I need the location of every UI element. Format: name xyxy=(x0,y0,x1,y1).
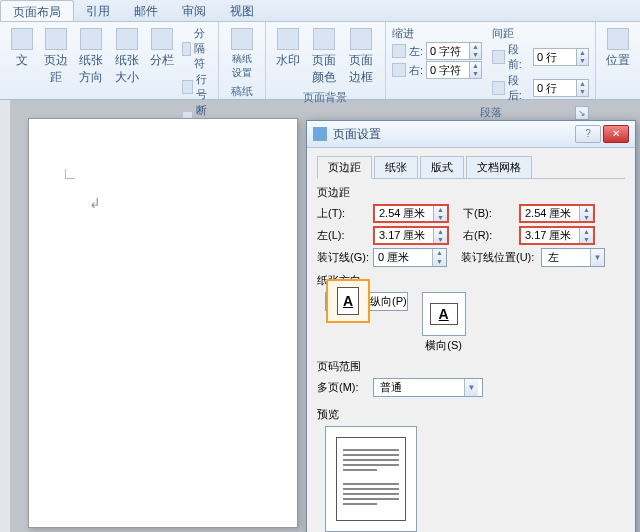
line-numbers-item[interactable]: 行号 xyxy=(182,72,211,102)
themes-button[interactable]: 文 xyxy=(6,26,38,71)
help-button[interactable]: ? xyxy=(575,125,601,143)
ribbon-tabs: 页面布局 引用 邮件 审阅 视图 xyxy=(0,0,640,22)
group-label-draft: 稿纸 xyxy=(225,82,259,99)
indent-left-spinner[interactable]: ▲▼ xyxy=(426,42,482,60)
spacing-header: 间距 xyxy=(492,26,589,41)
orientation-icon xyxy=(80,28,102,50)
spacing-after-spinner[interactable]: ▲▼ xyxy=(533,79,589,97)
indent-right-icon xyxy=(392,63,406,77)
ribbon: 文 页边距 纸张方向 纸张大小 分栏 分隔符 行号 断字 页面设置↘ 稿纸设置 … xyxy=(0,22,640,100)
orientation-portrait[interactable]: A纵向(P) xyxy=(325,292,408,311)
position-button[interactable]: 位置 xyxy=(602,26,634,71)
orientation-button[interactable]: 纸张方向 xyxy=(74,26,108,88)
indent-left-label: 左: xyxy=(409,44,423,59)
group-paragraph: 缩进 左:▲▼ 右:▲▼ 间距 段前:▲▼ 段后:▲▼ 段落↘ xyxy=(386,22,596,99)
tab-mailings[interactable]: 邮件 xyxy=(122,0,170,21)
tab-review[interactable]: 审阅 xyxy=(170,0,218,21)
group-label-background: 页面背景 xyxy=(272,88,379,105)
spacing-before-spinner[interactable]: ▲▼ xyxy=(533,48,589,66)
page[interactable]: ↲ xyxy=(28,118,298,528)
top-margin-field[interactable]: ▲▼ xyxy=(373,204,449,223)
watermark-button[interactable]: 水印 xyxy=(272,26,304,71)
tab-page-layout[interactable]: 页面布局 xyxy=(0,0,74,21)
section-margins: 页边距 xyxy=(317,185,625,200)
crop-mark xyxy=(65,169,75,179)
page-borders-button[interactable]: 页面边框 xyxy=(343,26,379,88)
indent-right-spinner[interactable]: ▲▼ xyxy=(426,61,482,79)
before-icon xyxy=(492,50,505,64)
group-background: 水印 页面颜色 页面边框 页面背景 xyxy=(266,22,386,99)
dialog-tabs: 页边距 纸张 版式 文档网格 xyxy=(317,156,625,179)
indent-left-icon xyxy=(392,44,406,58)
spacing-after-label: 段后: xyxy=(508,73,530,103)
indent-header: 缩进 xyxy=(392,26,482,41)
dtab-paper[interactable]: 纸张 xyxy=(374,156,418,178)
nav-pane-edge xyxy=(0,100,10,532)
draft-icon xyxy=(231,28,253,50)
margins-icon xyxy=(45,28,67,50)
multipage-select[interactable]: 普通▼ xyxy=(373,378,483,397)
right-label: 右(R): xyxy=(463,228,519,243)
dialog-title: 页面设置 xyxy=(333,126,573,143)
breaks-icon xyxy=(182,42,190,56)
close-button[interactable]: ✕ xyxy=(603,125,629,143)
top-label: 上(T): xyxy=(317,206,373,221)
cursor-mark: ↲ xyxy=(89,195,101,211)
size-button[interactable]: 纸张大小 xyxy=(110,26,144,88)
position-icon xyxy=(607,28,629,50)
dialog-icon xyxy=(313,127,327,141)
right-margin-field[interactable]: ▲▼ xyxy=(519,226,595,245)
page-setup-dialog: 页面设置 ? ✕ 页边距 纸张 版式 文档网格 页边距 上(T): ▲▼ 下(B… xyxy=(306,120,636,532)
multipage-label: 多页(M): xyxy=(317,380,373,395)
bottom-margin-field[interactable]: ▲▼ xyxy=(519,204,595,223)
draft-settings-button[interactable]: 稿纸设置 xyxy=(225,26,259,82)
dtab-layout[interactable]: 版式 xyxy=(420,156,464,178)
margins-button[interactable]: 页边距 xyxy=(40,26,72,88)
page-color-button[interactable]: 页面颜色 xyxy=(306,26,342,88)
indent-right-label: 右: xyxy=(409,63,423,78)
dtab-margins[interactable]: 页边距 xyxy=(317,156,372,179)
section-preview: 预览 xyxy=(317,407,625,422)
group-page-setup: 文 页边距 纸张方向 纸张大小 分栏 分隔符 行号 断字 页面设置↘ xyxy=(0,22,219,99)
group-draft: 稿纸设置 稿纸 xyxy=(219,22,266,99)
breaks-item[interactable]: 分隔符 xyxy=(182,26,211,71)
preview-box xyxy=(325,426,417,532)
paragraph-launcher[interactable]: ↘ xyxy=(575,106,589,120)
gutter-label: 装订线(G): xyxy=(317,250,373,265)
gutter-pos-label: 装订线位置(U): xyxy=(461,250,541,265)
watermark-icon xyxy=(277,28,299,50)
size-icon xyxy=(116,28,138,50)
pageborder-icon xyxy=(350,28,372,50)
left-margin-field[interactable]: ▲▼ xyxy=(373,226,449,245)
after-icon xyxy=(492,81,505,95)
bottom-label: 下(B): xyxy=(463,206,519,221)
group-arrange: 位置 xyxy=(596,22,640,99)
columns-icon xyxy=(151,28,173,50)
themes-icon xyxy=(11,28,33,50)
columns-button[interactable]: 分栏 xyxy=(146,26,178,71)
spacing-before-label: 段前: xyxy=(508,42,530,72)
pagecolor-icon xyxy=(313,28,335,50)
tab-references[interactable]: 引用 xyxy=(74,0,122,21)
gutter-pos-select[interactable]: 左▼ xyxy=(541,248,605,267)
tab-view[interactable]: 视图 xyxy=(218,0,266,21)
orientation-landscape[interactable]: A横向(S) xyxy=(422,292,466,353)
linenum-icon xyxy=(182,80,193,94)
dtab-grid[interactable]: 文档网格 xyxy=(466,156,532,178)
dialog-titlebar[interactable]: 页面设置 ? ✕ xyxy=(307,121,635,148)
section-range: 页码范围 xyxy=(317,359,625,374)
gutter-field[interactable]: ▲▼ xyxy=(373,248,447,267)
group-label-paragraph: 段落 xyxy=(480,106,502,118)
left-label: 左(L): xyxy=(317,228,373,243)
